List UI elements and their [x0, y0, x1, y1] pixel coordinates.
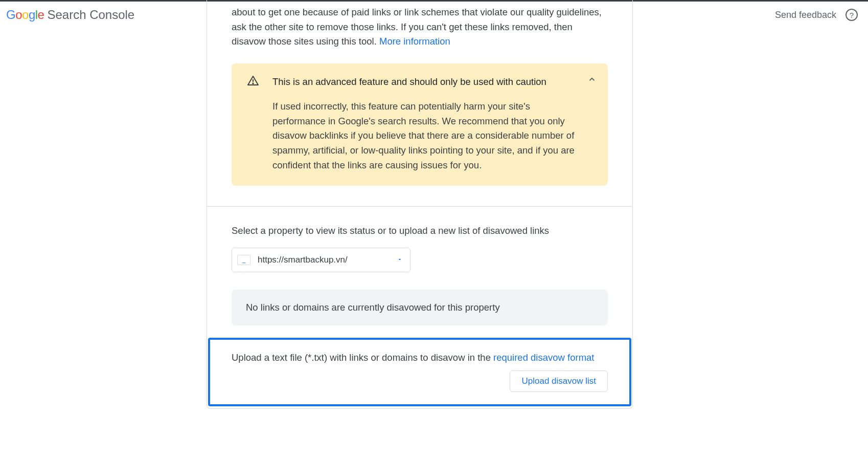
property-select-label: Select a property to view its status or …: [232, 225, 608, 236]
warning-panel: This is an advanced feature and should o…: [232, 63, 608, 186]
svg-point-1: [253, 83, 254, 84]
required-format-link[interactable]: required disavow format: [493, 352, 594, 363]
property-dropdown[interactable]: ⎯ https://smartbackup.vn/: [232, 248, 410, 272]
property-selected-value: https://smartbackup.vn/: [258, 255, 390, 265]
send-feedback-link[interactable]: Send feedback: [775, 10, 836, 20]
warning-header: This is an advanced feature and should o…: [247, 75, 580, 89]
more-information-link[interactable]: More information: [379, 36, 450, 47]
property-section: Select a property to view its status or …: [207, 207, 632, 290]
dropdown-arrow-icon: [397, 255, 403, 265]
upload-disavow-list-button[interactable]: Upload disavow list: [510, 370, 608, 392]
logo[interactable]: Google Search Console: [6, 8, 134, 22]
header-actions: Send feedback ?: [775, 9, 858, 21]
warning-body: If used incorrectly, this feature can po…: [272, 99, 580, 172]
site-favicon-icon: ⎯: [237, 255, 250, 265]
status-message: No links or domains are currently disavo…: [246, 302, 593, 313]
disavow-status-panel: No links or domains are currently disavo…: [232, 290, 608, 325]
upload-instructions-text: Upload a text file (*.txt) with links or…: [232, 352, 493, 363]
upload-section: Upload a text file (*.txt) with links or…: [208, 338, 631, 406]
help-icon[interactable]: ?: [846, 9, 858, 21]
warning-title: This is an advanced feature and should o…: [272, 76, 546, 88]
main-card: about to get one because of paid links o…: [207, 0, 633, 409]
product-name: Search Console: [47, 8, 134, 22]
upload-button-row: Upload disavow list: [232, 370, 608, 392]
warning-triangle-icon: [247, 75, 259, 89]
intro-paragraph: about to get one because of paid links o…: [207, 0, 632, 49]
upload-instructions: Upload a text file (*.txt) with links or…: [232, 352, 608, 363]
chevron-up-icon[interactable]: [587, 75, 597, 86]
google-logo-text: Google: [6, 8, 44, 22]
